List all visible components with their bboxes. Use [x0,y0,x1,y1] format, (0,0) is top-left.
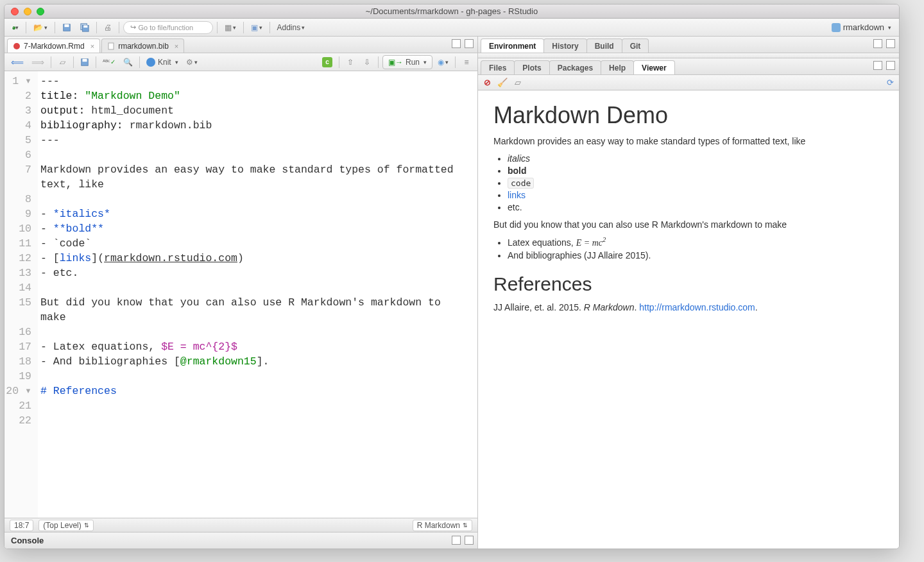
save-button[interactable] [59,21,74,35]
tab-help[interactable]: Help [601,60,634,74]
addins-menu[interactable]: Addins▾ [274,21,309,35]
project-menu[interactable]: rmarkdown▾ [828,22,895,32]
clear-viewer-button[interactable]: 🧹 [497,78,508,88]
minimize-pane-icon[interactable] [873,61,882,70]
tab-7-markdown-rmd[interactable]: 7-Markdown.Rmd × [7,38,100,53]
tab-build[interactable]: Build [586,38,622,53]
new-file-button[interactable]: ●+▾ [8,21,22,35]
language-selector[interactable]: R Markdown ⇅ [413,520,472,531]
titlebar: ~/Documents/rmarkdown - gh-pages - RStud… [4,4,899,19]
bold-item: bold [508,166,527,176]
editor-status-bar: 18:7 (Top Level) ⇅ R Markdown ⇅ [4,518,477,532]
svg-point-5 [13,43,20,49]
find-button[interactable]: 🔍 [121,55,135,69]
svg-rect-4 [83,25,87,28]
editor-toolbar: ⟸ ⟹ ▱ ᴬᴮᶜ✓ 🔍 Knit▾ ⚙▾ c ⇧ ⇩ ▣→Run▾ ◉▾ [4,53,477,71]
code-editor[interactable]: 1 ▾ 2 3 4 5 6 7 8 9 10 11 12 13 14 15 [4,71,477,518]
viewer-paragraph: Markdown provides an easy way to make st… [493,135,884,148]
remove-viewer-button[interactable]: ⊘ [482,78,492,88]
insert-chunk-button[interactable]: c [320,55,335,69]
code-content[interactable]: --- title: "Markdown Demo" output: html_… [38,71,477,518]
viewer-content[interactable]: Markdown Demo Markdown provides an easy … [478,90,899,549]
tab-rmarkdown-bib[interactable]: rmarkdown.bib × [101,38,184,53]
outline-button[interactable]: ≡ [459,55,474,69]
viewer-list: Latex equations, E = mc2 And bibliograph… [508,236,884,260]
maximize-pane-icon[interactable] [886,39,895,48]
biblio-item: And bibliographies (JJ Allaire 2015). [508,250,884,260]
knit-options-button[interactable]: ⚙▾ [184,55,200,69]
svg-rect-6 [108,43,114,49]
reference-link[interactable]: http://rmarkdown.rstudio.com [639,302,755,312]
tab-plots[interactable]: Plots [514,60,549,74]
source-tabbar: 7-Markdown.Rmd × rmarkdown.bib × [4,37,477,53]
publish-button[interactable]: ◉▾ [435,55,451,69]
viewer-toolbar: ⊘ 🧹 ▱ ⟳ [478,75,899,90]
minimize-pane-icon[interactable] [452,536,461,545]
minimize-pane-icon[interactable] [452,39,461,48]
right-top-tabbar: Environment History Build Git [478,37,899,53]
svg-rect-8 [83,58,87,61]
tab-files[interactable]: Files [481,60,515,74]
refresh-viewer-button[interactable]: ⟳ [885,78,895,88]
spellcheck-button[interactable]: ᴬᴮᶜ✓ [100,55,118,69]
open-browser-button[interactable]: ▱ [513,78,523,88]
viewer-paragraph: But did you know that you can also use R… [493,219,884,232]
maximize-pane-icon[interactable] [465,536,474,545]
save-all-button[interactable] [77,21,92,35]
show-in-new-window-button[interactable]: ▱ [55,55,69,69]
reference-entry: JJ Allaire, et. al. 2015. R Markdown. ht… [493,302,884,314]
scope-selector[interactable]: (Top Level) ⇅ [38,520,93,531]
tab-history[interactable]: History [543,38,586,53]
links-item[interactable]: links [508,190,526,200]
next-chunk-button[interactable]: ⇩ [360,55,374,69]
print-button[interactable]: 🖨 [101,21,115,35]
main-toolbar: ●+▾ 📂▾ 🖨 ↪Go to file/function ▦▾ ▣▾ Addi… [4,19,899,37]
italics-item: italics [508,153,530,164]
panes-button[interactable]: ▣▾ [248,21,266,35]
run-button[interactable]: ▣→Run▾ [382,55,432,69]
etc-item: etc. [508,202,884,212]
latex-item: Latex equations, E = mc2 [508,236,884,248]
tab-label: rmarkdown.bib [118,42,169,51]
svg-rect-1 [64,24,69,26]
minimize-pane-icon[interactable] [873,39,882,48]
open-file-button[interactable]: 📂▾ [30,21,51,35]
save-source-button[interactable] [78,55,92,69]
tab-git[interactable]: Git [622,38,649,53]
viewer-list: italics bold code links etc. [508,153,884,212]
console-tab[interactable]: Console [11,536,44,545]
knit-button[interactable]: Knit▾ [144,55,181,69]
line-number-gutter: 1 ▾ 2 3 4 5 6 7 8 9 10 11 12 13 14 15 [4,71,38,518]
close-tab-icon[interactable]: × [175,42,178,50]
nav-forward-button[interactable]: ⟹ [29,55,47,69]
code-item: code [508,178,534,189]
right-bottom-tabbar: Files Plots Packages Help Viewer [478,58,899,75]
tab-viewer[interactable]: Viewer [633,60,674,74]
console-tabbar: Console [4,532,477,549]
prev-chunk-button[interactable]: ⇧ [343,55,357,69]
maximize-pane-icon[interactable] [465,39,474,48]
references-heading: References [493,273,884,295]
tab-label: 7-Markdown.Rmd [24,42,85,51]
tab-environment[interactable]: Environment [481,38,544,53]
window-title: ~/Documents/rmarkdown - gh-pages - RStud… [4,6,899,16]
goto-file-function-input[interactable]: ↪Go to file/function [123,21,213,34]
nav-back-button[interactable]: ⟸ [8,55,26,69]
maximize-pane-icon[interactable] [886,61,895,70]
tab-packages[interactable]: Packages [549,60,601,74]
viewer-heading: Markdown Demo [493,102,884,129]
close-tab-icon[interactable]: × [90,42,94,50]
cursor-position[interactable]: 18:7 [10,520,33,531]
tools-grid-button[interactable]: ▦▾ [221,21,239,35]
